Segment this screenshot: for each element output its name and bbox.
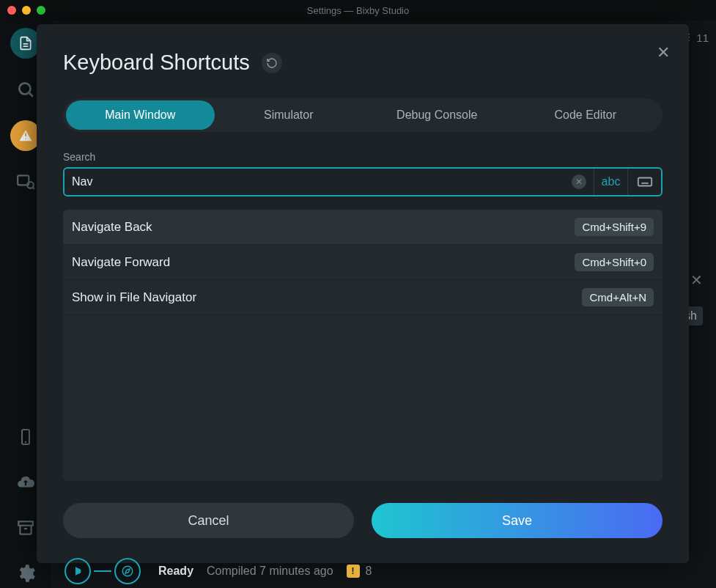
tab-code-editor[interactable]: Code Editor bbox=[512, 100, 660, 130]
sidebar-upload-icon[interactable] bbox=[11, 468, 40, 497]
search-mode-keyboard-button[interactable] bbox=[627, 169, 661, 195]
save-button[interactable]: Save bbox=[372, 503, 663, 538]
sidebar-settings-icon[interactable] bbox=[11, 559, 40, 588]
modal-header: Keyboard Shortcuts bbox=[63, 51, 663, 75]
shortcut-label: Navigate Forward bbox=[72, 255, 170, 270]
search-input-wrap: ✕ bbox=[64, 169, 594, 195]
search-mode-text-button[interactable]: abc bbox=[594, 169, 627, 195]
shortcut-keys: Cmd+Alt+N bbox=[582, 288, 654, 306]
status-connector bbox=[94, 570, 111, 572]
svg-point-2 bbox=[19, 83, 30, 94]
close-modal-button[interactable]: ✕ bbox=[657, 43, 670, 62]
shortcut-label: Navigate Back bbox=[72, 220, 152, 235]
status-bar: Ready Compiled 7 minutes ago ! 8 bbox=[57, 554, 716, 588]
svg-point-20 bbox=[122, 566, 133, 576]
shortcut-row[interactable]: Show in File Navigator Cmd+Alt+N bbox=[63, 280, 663, 315]
shortcut-keys: Cmd+Shift+9 bbox=[575, 218, 654, 236]
keyboard-shortcuts-modal: ✕ Keyboard Shortcuts Main Window Simulat… bbox=[37, 24, 689, 563]
modal-buttons: Cancel Save bbox=[63, 503, 663, 538]
app-root: Settings — Bixby Studio 11 bbox=[0, 0, 716, 588]
reset-shortcuts-button[interactable] bbox=[262, 53, 282, 73]
svg-line-3 bbox=[29, 93, 33, 97]
tab-simulator[interactable]: Simulator bbox=[215, 100, 363, 130]
modal-title: Keyboard Shortcuts bbox=[63, 51, 250, 75]
bg-close-icon[interactable]: ✕ bbox=[690, 271, 703, 289]
status-warnings[interactable]: ! 8 bbox=[347, 565, 372, 578]
warning-count: 8 bbox=[366, 565, 372, 578]
warning-icon: ! bbox=[347, 565, 360, 578]
status-compass-icon[interactable] bbox=[114, 558, 141, 584]
cancel-button[interactable]: Cancel bbox=[63, 503, 354, 538]
svg-rect-14 bbox=[638, 178, 651, 186]
shortcut-row[interactable]: Navigate Back Cmd+Shift+9 bbox=[63, 210, 663, 245]
titlebar: Settings — Bixby Studio bbox=[0, 0, 716, 21]
search-row: ✕ abc bbox=[63, 167, 663, 196]
tab-main-window[interactable]: Main Window bbox=[66, 100, 215, 130]
status-ready: Ready bbox=[158, 565, 193, 578]
shortcut-keys: Cmd+Shift+0 bbox=[575, 253, 654, 271]
shortcuts-list: Navigate Back Cmd+Shift+9 Navigate Forwa… bbox=[63, 210, 663, 481]
keyboard-icon bbox=[637, 174, 653, 190]
sidebar-inspect-icon[interactable] bbox=[11, 167, 40, 196]
bg-list-count-value: 11 bbox=[696, 32, 709, 44]
status-compiled: Compiled 7 minutes ago bbox=[207, 565, 333, 578]
svg-marker-21 bbox=[125, 569, 130, 573]
search-input[interactable] bbox=[72, 175, 572, 188]
shortcut-row[interactable]: Navigate Forward Cmd+Shift+0 bbox=[63, 245, 663, 280]
search-label: Search bbox=[63, 151, 663, 163]
sidebar-archive-icon[interactable] bbox=[11, 513, 40, 543]
tab-debug-console[interactable]: Debug Console bbox=[363, 100, 512, 130]
svg-rect-9 bbox=[18, 521, 33, 525]
status-bixby-icon[interactable] bbox=[64, 558, 91, 584]
tabs: Main Window Simulator Debug Console Code… bbox=[63, 98, 663, 132]
abc-label: abc bbox=[602, 175, 621, 188]
window-title: Settings — Bixby Studio bbox=[0, 5, 716, 16]
shortcut-label: Show in File Navigator bbox=[72, 290, 196, 305]
sidebar-device-icon[interactable] bbox=[11, 422, 40, 452]
sidebar-search-icon[interactable] bbox=[11, 75, 40, 104]
clear-search-button[interactable]: ✕ bbox=[572, 174, 586, 189]
svg-line-6 bbox=[33, 188, 34, 189]
